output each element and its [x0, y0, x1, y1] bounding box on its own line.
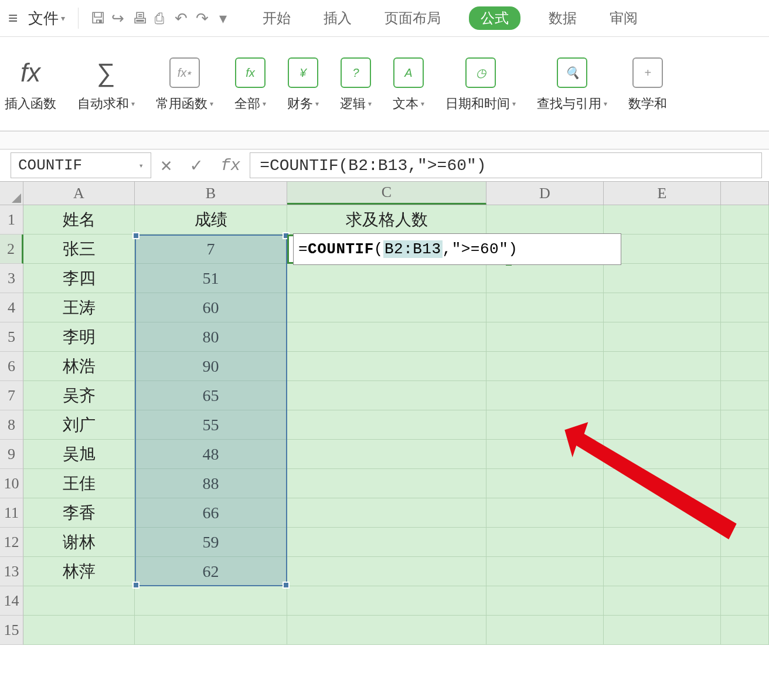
cell[interactable]	[721, 528, 769, 556]
cell[interactable]	[486, 440, 604, 468]
cancel-formula-icon[interactable]: ✕	[151, 154, 181, 177]
qa-dropdown-icon[interactable]: ▾	[213, 9, 232, 28]
logic-fn-button[interactable]: ? 逻辑▾	[340, 55, 372, 113]
cell[interactable]: 7	[135, 235, 287, 263]
row-header[interactable]: 8	[0, 410, 23, 440]
cell[interactable]: 李四	[23, 264, 135, 293]
row-header[interactable]: 10	[0, 469, 23, 498]
row-header[interactable]: 12	[0, 528, 23, 557]
cell[interactable]	[135, 616, 287, 644]
cell[interactable]	[604, 205, 721, 234]
cell[interactable]: 51	[135, 264, 287, 293]
row-header[interactable]: 1	[0, 205, 23, 235]
col-header-c[interactable]: C	[287, 182, 486, 205]
row-header[interactable]: 2	[0, 235, 23, 264]
redo-icon[interactable]: ↷	[192, 9, 211, 28]
cell[interactable]	[287, 381, 486, 410]
cell[interactable]	[287, 322, 486, 351]
cell[interactable]	[721, 469, 769, 498]
autosum-button[interactable]: ∑ 自动求和▾	[77, 55, 135, 113]
cell[interactable]	[486, 381, 604, 410]
cell[interactable]	[287, 440, 486, 468]
cell[interactable]	[604, 440, 721, 468]
cell[interactable]	[287, 264, 486, 293]
cell[interactable]	[721, 235, 769, 263]
finance-fn-button[interactable]: ¥ 财务▾	[287, 55, 319, 113]
row-header[interactable]: 13	[0, 557, 23, 586]
cell[interactable]: 王涛	[23, 293, 135, 322]
cell[interactable]: 吴旭	[23, 440, 135, 468]
undo-icon[interactable]: ↶	[171, 9, 190, 28]
cell[interactable]	[287, 352, 486, 380]
cell[interactable]: 60	[135, 293, 287, 322]
cell[interactable]	[604, 498, 721, 527]
math-fn-button[interactable]: + 数学和	[628, 55, 667, 113]
tab-start[interactable]: 开始	[258, 6, 295, 30]
share-icon[interactable]: ↪	[108, 9, 127, 28]
cell-grid[interactable]: 姓名 成绩 求及格人数 张三7 李四51 王涛60 李明80 林浩90 吴齐65…	[23, 205, 769, 645]
cell[interactable]	[604, 586, 721, 615]
cell[interactable]	[287, 293, 486, 322]
tab-layout[interactable]: 页面布局	[380, 6, 445, 30]
row-header[interactable]: 5	[0, 322, 23, 352]
cell[interactable]: 55	[135, 410, 287, 439]
menu-icon[interactable]: ≡	[5, 9, 21, 28]
cell[interactable]	[721, 498, 769, 527]
cell[interactable]: 90	[135, 352, 287, 380]
insert-function-button[interactable]: fx 插入函数	[5, 55, 56, 113]
cell[interactable]	[604, 557, 721, 586]
row-header[interactable]: 11	[0, 498, 23, 528]
cell[interactable]	[721, 381, 769, 410]
fx-icon[interactable]: fx	[212, 157, 250, 175]
cell[interactable]	[721, 616, 769, 644]
cell[interactable]: 65	[135, 381, 287, 410]
col-header-a[interactable]: A	[23, 182, 135, 205]
cell[interactable]	[486, 616, 604, 644]
tab-insert[interactable]: 插入	[319, 6, 356, 30]
cell[interactable]	[287, 557, 486, 586]
cell[interactable]	[486, 322, 604, 351]
cell[interactable]	[604, 381, 721, 410]
cell[interactable]: 王佳	[23, 469, 135, 498]
row-header[interactable]: 4	[0, 293, 23, 322]
row-header[interactable]: 14	[0, 586, 23, 616]
cell[interactable]	[486, 528, 604, 556]
row-header[interactable]: 7	[0, 381, 23, 410]
cell[interactable]	[486, 469, 604, 498]
cell[interactable]: 66	[135, 498, 287, 527]
accept-formula-icon[interactable]: ✓	[181, 154, 211, 177]
cell[interactable]: 62	[135, 557, 287, 586]
common-fn-button[interactable]: fx★ 常用函数▾	[156, 55, 213, 113]
cell[interactable]: 刘广	[23, 410, 135, 439]
cell[interactable]	[721, 264, 769, 293]
cell[interactable]: 张三	[23, 235, 135, 263]
cell[interactable]	[287, 616, 486, 644]
lookup-fn-button[interactable]: 🔍 查找与引用▾	[537, 55, 607, 113]
cell[interactable]	[721, 586, 769, 615]
cell[interactable]	[23, 586, 135, 615]
col-header-d[interactable]: D	[486, 182, 604, 205]
cell[interactable]	[486, 586, 604, 615]
cell[interactable]: 林萍	[23, 557, 135, 586]
cell[interactable]	[486, 293, 604, 322]
cell[interactable]: 林浩	[23, 352, 135, 380]
cell[interactable]	[604, 322, 721, 351]
cell[interactable]	[486, 410, 604, 439]
cell[interactable]: 姓名	[23, 205, 135, 234]
text-fn-button[interactable]: A 文本▾	[393, 55, 424, 113]
cell[interactable]	[287, 498, 486, 527]
row-header[interactable]: 3	[0, 264, 23, 293]
all-fn-button[interactable]: fx 全部▾	[234, 55, 266, 113]
cell[interactable]	[287, 528, 486, 556]
cell[interactable]: 88	[135, 469, 287, 498]
row-header[interactable]: 9	[0, 440, 23, 469]
cell[interactable]	[604, 293, 721, 322]
cell[interactable]	[486, 352, 604, 380]
cell[interactable]	[486, 557, 604, 586]
cell[interactable]: 李明	[23, 322, 135, 351]
tab-review[interactable]: 审阅	[605, 6, 642, 30]
name-box[interactable]: COUNTIF ▾	[11, 152, 151, 178]
cell-edit-overlay[interactable]: =COUNTIF(B2:B13,">=60")	[293, 233, 621, 265]
cell[interactable]	[721, 352, 769, 380]
formula-input[interactable]: =COUNTIF(B2:B13,">=60")	[250, 152, 762, 178]
